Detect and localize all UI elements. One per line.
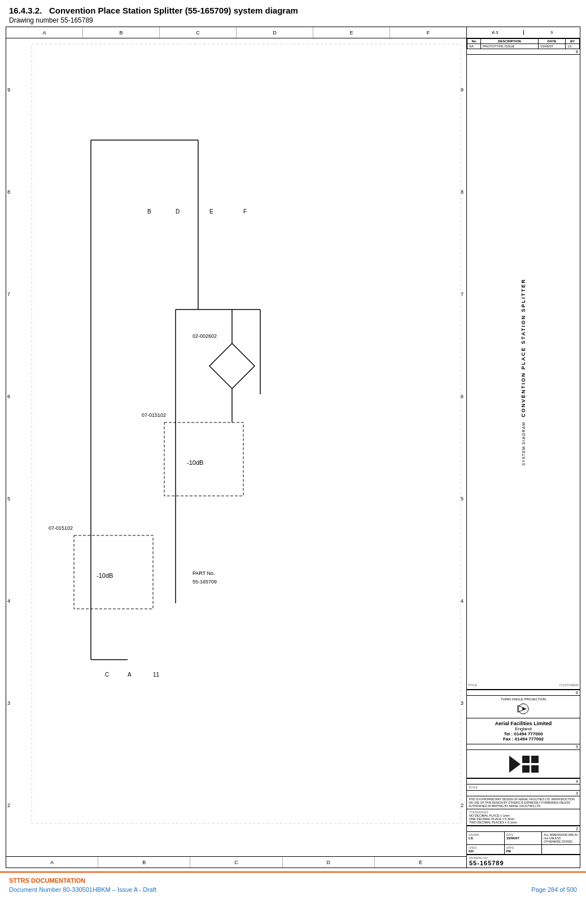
grid-top-a: A (6, 27, 83, 38)
rev-header-date: DATE (538, 39, 566, 44)
drawing-no-section: DRAWING No 55-165789 (467, 855, 580, 868)
date-value: 15/06/07 (506, 836, 540, 840)
grid-top-row: A B C D E F (6, 27, 466, 38)
afl-logo-svg (506, 753, 540, 775)
svg-rect-19 (531, 765, 539, 773)
chkd-value: GD (469, 849, 502, 853)
row-num-9-right: 9 (461, 87, 463, 93)
row-num-4-left: 4 (7, 598, 10, 604)
grid-top-b: B (83, 27, 160, 38)
rev-desc: PROTOTYPE ISSUE (481, 44, 539, 49)
row-num-4-right: 4 (461, 598, 463, 604)
label-11-bottom: 11 (153, 672, 160, 678)
drawn-row: DRAWN LS DATE 15/06/07 ALL DIMENSIONS AR… (467, 832, 580, 845)
svg-rect-17 (531, 756, 539, 763)
svg-point-14 (522, 708, 524, 710)
third-angle-section: THIRD ANGLE PROJECTION (467, 696, 580, 718)
company-tel: Tel : 01494 777000 (469, 731, 578, 736)
drawing-sidebar: A 3 9 No DESCRIPTION DATE BY AA PROTOTYP… (467, 27, 580, 868)
indicator-9: 9 (524, 30, 580, 34)
drawing-number-subtitle: Drawing number 55-165789 (9, 16, 577, 24)
tolerances-section: TOLERANCES NO DECIMAL PLACE ± 1mm ONE DE… (467, 809, 580, 826)
tolerances-line3: TWO DECIMAL PLACES ± 0.1mm (469, 821, 578, 824)
company-info: Aerial Facilities Limited England Tel : … (467, 718, 580, 744)
drawing-main-area: A B C D E F 9 8 7 6 5 4 3 2 (6, 27, 467, 868)
section-heading: Convention Place Station Splitter (55-16… (49, 6, 298, 15)
rev-header-desc: DESCRIPTION (481, 39, 539, 44)
title-label: TITLE (468, 683, 477, 687)
empty-cell (542, 845, 580, 854)
row-num-3-right: 3 (461, 700, 463, 706)
main-title-rotated: CONVENTION PLACE STATION SPLITTER (520, 278, 527, 417)
svg-marker-15 (509, 756, 521, 773)
row-6-marker: 6 (467, 690, 580, 696)
row-3-marker: 3 (467, 791, 580, 796)
third-angle-label: THIRD ANGLE PROJECTION (469, 698, 578, 701)
row-num-8-left: 8 (7, 189, 10, 195)
row-8-marker: 8 (467, 49, 580, 55)
rev-header-no: No (467, 39, 481, 44)
grid-bot-a: A (6, 857, 98, 868)
label-d: D (176, 208, 180, 215)
drawing-no-value: 55-165789 (469, 860, 578, 866)
row-num-8-right: 8 (461, 189, 463, 195)
row-num-7-left: 7 (7, 291, 10, 297)
part-no-label: PART No. (193, 570, 215, 576)
grid-bot-c: C (190, 857, 282, 868)
row-2-marker: 2 (467, 826, 580, 832)
section-title: 16.4.3.2. Convention Place Station Split… (9, 6, 577, 15)
drawn-cell: DRAWN LS (467, 832, 505, 844)
scale-label: SCALE (469, 786, 578, 789)
row-num-7-right: 7 (461, 291, 463, 297)
left-side-numbers: 9 8 7 6 5 4 3 2 (7, 38, 10, 856)
label-a-bottom: A (128, 672, 132, 678)
row-4-marker: 4 (467, 778, 580, 784)
company-fax: Fax : 01494 777002 (469, 736, 578, 742)
grid-bot-e: E (375, 857, 466, 868)
revision-row-aa: AA PROTOTYPE ISSUE 15/06/07 LS (467, 44, 580, 49)
grid-top-e: E (313, 27, 390, 38)
grid-top-f: F (390, 27, 466, 38)
db-label-left: -10dB (97, 572, 113, 579)
row-num-9-left: 9 (7, 87, 10, 93)
company-country: England (469, 726, 578, 731)
row-num-2-left: 2 (7, 803, 10, 808)
scale-section: SCALE (467, 784, 580, 791)
grid-top-c: C (160, 27, 237, 38)
svg-rect-18 (522, 765, 530, 773)
part-label-right: 07-015102 (142, 412, 166, 418)
section-number: 16.4.3.2. (9, 6, 42, 15)
row-num-5-left: 5 (7, 496, 10, 502)
row-num-3-left: 3 (7, 700, 10, 706)
part-label-left: 07-015102 (49, 525, 73, 531)
drawn-value: LS (469, 836, 502, 840)
rev-no: AA (467, 44, 481, 49)
schematic-svg: -10dB 07-015102 -10dB 07-015102 02-00260… (18, 38, 466, 846)
page-header: 16.4.3.2. Convention Place Station Split… (0, 0, 586, 27)
row-num-6-left: 6 (7, 394, 10, 399)
right-side-numbers: 9 8 7 6 5 4 3 2 (461, 38, 463, 856)
revision-header-row: No DESCRIPTION DATE BY (467, 39, 580, 44)
part-label-02-002602: 02-002602 (193, 333, 217, 339)
all-dims-text: ALL DIMENSIONS ARE IN mm UNLESS OTHERWIS… (544, 833, 578, 843)
svg-rect-11 (32, 44, 461, 823)
row-num-2-right: 2 (461, 803, 463, 808)
rev-by: LS (566, 44, 580, 49)
row-num-5-right: 5 (461, 496, 463, 502)
technical-drawing: A B C D E F 9 8 7 6 5 4 3 2 (6, 27, 580, 868)
svg-rect-8 (164, 422, 243, 496)
diamond-02-002602 (209, 343, 255, 389)
chkd-cell: CHKD GD (467, 845, 505, 854)
chkd-row: CHKD GD APPD PB (467, 845, 580, 855)
customer-label: CUSTOMER (559, 683, 579, 687)
company-logo (467, 750, 580, 778)
page-info: Page 284 of 500 (531, 886, 577, 893)
document-number: Document Number 80-330501HBKM – Issue A … (9, 886, 156, 893)
revision-table: No DESCRIPTION DATE BY AA PROTOTYPE ISSU… (467, 38, 580, 49)
part-no-value: 55-165709 (193, 579, 217, 585)
grid-top-d: D (237, 27, 313, 38)
grid-bottom-row: A B C D E (6, 856, 466, 868)
footer-bottom: Document Number 80-330501HBKM – Issue A … (9, 886, 577, 893)
indicator-a3: A 3 (467, 30, 524, 35)
grid-bot-d: D (283, 857, 375, 868)
